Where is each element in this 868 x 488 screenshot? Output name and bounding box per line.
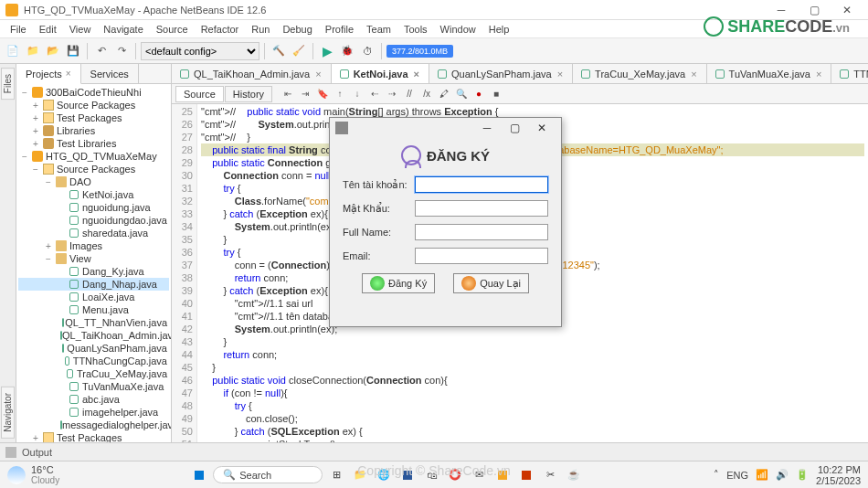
debug-button[interactable]: 🐞 xyxy=(338,42,356,60)
editor-tab[interactable]: TTNhaCungCap.java× xyxy=(831,64,868,83)
menu-edit[interactable]: Edit xyxy=(33,22,63,37)
config-select[interactable]: <default config> xyxy=(141,42,259,60)
tree-item[interactable]: +Test Packages xyxy=(18,111,169,124)
menu-team[interactable]: Team xyxy=(360,22,397,37)
menu-debug[interactable]: Debug xyxy=(276,22,318,37)
register-button[interactable]: Đăng Ký xyxy=(362,273,435,293)
tray-lang[interactable]: ENG xyxy=(726,470,748,481)
explorer-icon[interactable]: 📁 xyxy=(350,465,370,485)
task-view-icon[interactable]: ⊞ xyxy=(326,465,346,485)
tree-item[interactable]: −Source Packages xyxy=(18,163,169,175)
editor-tab[interactable]: TuVanMuaXe.java× xyxy=(707,64,832,83)
tree-item[interactable]: QL_TT_NhanVien.java xyxy=(18,316,169,329)
menu-tools[interactable]: Tools xyxy=(397,22,434,37)
editor-tab[interactable]: TraCuu_XeMay.java× xyxy=(573,64,706,83)
services-tab[interactable]: Services xyxy=(81,64,139,83)
tree-item[interactable]: QuanLySanPham.java xyxy=(18,342,169,355)
tray-battery-icon[interactable]: 🔋 xyxy=(796,469,809,481)
stop-macro-icon[interactable]: ■ xyxy=(488,86,504,102)
tree-item[interactable]: messagedialoghelper.java xyxy=(18,419,169,431)
menu-file[interactable]: File xyxy=(4,22,33,37)
tree-item[interactable]: QL_TaiKhoan_Admin.java xyxy=(18,329,169,342)
editor-tab[interactable]: QL_TaiKhoan_Admin.java× xyxy=(172,64,332,83)
nav-fwd-icon[interactable]: ⇥ xyxy=(297,86,313,102)
tree-item[interactable]: −300BaiCodeThieuNhi xyxy=(18,86,169,99)
chrome-icon[interactable]: ⭕ xyxy=(445,465,465,485)
shift-right-icon[interactable]: ⇢ xyxy=(384,86,400,102)
tree-item[interactable]: imagehelper.java xyxy=(18,406,169,419)
tray-chevron-icon[interactable]: ˄ xyxy=(714,469,719,481)
menu-profile[interactable]: Profile xyxy=(319,22,360,37)
back-button[interactable]: Quay Lại xyxy=(453,273,529,293)
source-tab[interactable]: Source xyxy=(175,86,224,102)
dialog-close-button[interactable]: ✕ xyxy=(528,119,556,137)
memory-badge[interactable]: 377.2/801.0MB xyxy=(386,45,453,58)
start-button[interactable] xyxy=(189,465,209,485)
new-file-button[interactable]: 📄 xyxy=(4,42,22,60)
email-input[interactable] xyxy=(415,248,548,264)
tree-item[interactable]: −HTG_QD_TVMuaXeMay xyxy=(18,150,169,163)
dialog-minimize-button[interactable]: ─ xyxy=(473,119,501,137)
tree-item[interactable]: +Libraries xyxy=(18,124,169,137)
tray-volume-icon[interactable]: 🔊 xyxy=(776,469,789,481)
tray-wifi-icon[interactable]: 📶 xyxy=(756,469,768,481)
record-macro-icon[interactable]: ● xyxy=(471,86,487,102)
tree-item[interactable]: TraCuu_XeMay.java xyxy=(18,367,169,380)
taskbar-search[interactable]: 🔍 Search xyxy=(213,466,323,483)
next-bookmark-icon[interactable]: ↓ xyxy=(349,86,365,102)
weather-widget[interactable]: 16°C Cloudy xyxy=(7,464,59,485)
comment-icon[interactable]: // xyxy=(401,86,418,102)
output-panel[interactable]: Output xyxy=(0,442,868,461)
projects-tab[interactable]: Projects× xyxy=(16,64,81,84)
profile-button[interactable]: ⏱ xyxy=(358,42,376,60)
shift-left-icon[interactable]: ⇠ xyxy=(366,86,383,102)
dialog-maximize-button[interactable]: ▢ xyxy=(501,119,528,137)
new-project-button[interactable]: 📁 xyxy=(24,42,42,60)
tree-item[interactable]: abc.java xyxy=(18,393,169,406)
navigator-tab[interactable]: Navigator xyxy=(1,387,15,439)
word-icon[interactable] xyxy=(397,465,418,485)
tree-item[interactable]: Menu.java xyxy=(18,303,169,316)
username-input[interactable] xyxy=(415,176,548,193)
files-tab[interactable]: Files xyxy=(1,68,15,100)
tree-item[interactable]: nguoidung.java xyxy=(18,201,169,214)
sqlserver-icon[interactable] xyxy=(516,465,536,485)
prev-bookmark-icon[interactable]: ↑ xyxy=(332,86,348,102)
uncomment-icon[interactable]: /x xyxy=(418,86,435,102)
tree-item[interactable]: KetNoi.java xyxy=(18,188,169,201)
menu-run[interactable]: Run xyxy=(245,22,276,37)
tree-item[interactable]: Dang_Ky.java xyxy=(18,265,169,278)
tree-item[interactable]: Dang_Nhap.java xyxy=(18,278,169,291)
menu-source[interactable]: Source xyxy=(150,22,195,37)
java-app-icon[interactable]: ☕ xyxy=(564,465,584,485)
tree-item[interactable]: +Test Libraries xyxy=(18,137,169,150)
tree-item[interactable]: +Images xyxy=(18,239,169,252)
store-icon[interactable]: 🛍 xyxy=(421,465,441,485)
clean-build-button[interactable]: 🧹 xyxy=(290,42,308,60)
open-button[interactable]: 📂 xyxy=(44,42,62,60)
tree-item[interactable]: nguoidungdao.java xyxy=(18,214,169,227)
tree-item[interactable]: +Test Packages xyxy=(18,431,169,442)
save-all-button[interactable]: 💾 xyxy=(64,42,82,60)
fullname-input[interactable] xyxy=(415,224,548,240)
project-tree[interactable]: −300BaiCodeThieuNhi+Source Packages+Test… xyxy=(16,84,171,442)
menu-help[interactable]: Help xyxy=(482,22,516,37)
undo-button[interactable]: ↶ xyxy=(92,42,111,60)
netbeans-icon[interactable] xyxy=(492,465,513,485)
menu-navigate[interactable]: Navigate xyxy=(97,22,149,37)
tree-item[interactable]: −View xyxy=(18,252,169,265)
menu-refactor[interactable]: Refactor xyxy=(195,22,246,37)
tree-item[interactable]: LoaiXe.java xyxy=(18,291,169,303)
tree-item[interactable]: TTNhaCungCap.java xyxy=(18,355,169,367)
mail-icon[interactable]: ✉ xyxy=(469,465,489,485)
find-icon[interactable]: 🔍 xyxy=(453,86,470,102)
edge-icon[interactable]: 🌐 xyxy=(374,465,394,485)
tree-item[interactable]: +Source Packages xyxy=(18,99,169,111)
nav-back-icon[interactable]: ⇤ xyxy=(280,86,296,102)
editor-tab[interactable]: KetNoi.java× xyxy=(332,64,429,84)
build-button[interactable]: 🔨 xyxy=(270,42,288,60)
menu-view[interactable]: View xyxy=(63,22,98,37)
redo-button[interactable]: ↷ xyxy=(112,42,131,60)
tree-item[interactable]: −DAO xyxy=(18,175,169,188)
tray-clock[interactable]: 10:22 PM 2/15/2023 xyxy=(816,464,861,486)
